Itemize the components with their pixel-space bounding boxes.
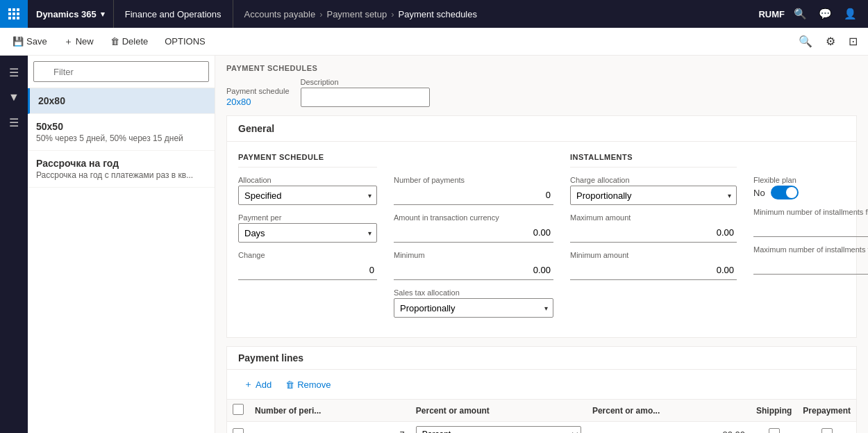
max-installments-label: Maximum number of installments for a ... [753,245,868,254]
row-1-shipping-cell [751,422,797,434]
save-icon: 💾 [12,36,24,47]
schedule-value-link[interactable]: 20x80 [226,97,290,107]
charge-allocation-select-wrap: Proportionally Specified Equally ▾ [570,186,737,205]
nav-menu-icon[interactable]: ☰ [3,61,25,83]
new-label: New [76,36,94,47]
amount-currency-label: Amount in transaction currency [394,213,553,222]
list-icon[interactable]: ☰ [3,111,25,133]
num-payments-label: Number of payments [394,176,553,184]
row-1-shipping-checkbox[interactable] [769,428,780,434]
max-amount-label: Maximum amount [570,213,737,222]
options-button[interactable]: OPTIONS [158,33,212,49]
amount-currency-field: Amount in transaction currency [394,213,553,243]
search-top-icon[interactable]: 🔍 [790,4,810,24]
payment-per-select[interactable]: Days Months Weeks [238,223,377,243]
row-1-percent-type-select[interactable]: Percent Amount [416,426,581,433]
filter-icon[interactable]: ▼ [3,86,25,108]
charge-allocation-select[interactable]: Proportionally Specified Equally [570,186,737,205]
user-icon[interactable]: 👤 [840,4,860,24]
min-installments-field: Minimum number of installments for a f..… [753,208,868,237]
payment-lines-title: Payment lines [238,352,303,363]
sales-tax-select[interactable]: Proportionally Specified Equally [394,298,553,318]
installments-col: INSTALLMENTS Charge allocation Proportio… [570,153,737,288]
amount-currency-input[interactable] [394,223,553,243]
schedule-label: Payment schedule [226,87,290,95]
max-amount-input[interactable] [570,223,737,243]
flexible-plan-field: Flexible plan No [753,176,868,199]
list-item-rassrochka[interactable]: Рассрочка на год Рассрочка на год с плат… [28,151,215,188]
remove-icon: 🗑 [285,379,294,390]
remove-label: Remove [297,379,331,390]
row-1-percent-type[interactable]: Percent Amount [410,422,587,434]
search-toolbar-icon[interactable]: 🔍 [796,32,815,51]
flexible-plan-toggle[interactable] [771,186,799,199]
payment-schedule-header: PAYMENT SCHEDULE [238,153,377,168]
flexible-plan-value: No [753,188,765,198]
num-payments-input[interactable] [394,186,553,205]
allocation-label: Allocation [238,176,377,184]
settings-icon[interactable]: ⚙ [821,32,840,51]
general-section: General PAYMENT SCHEDULE Allocation Spec… [226,115,857,338]
list-items: 20x80 50x50 50% через 5 дней, 50% через … [28,88,215,433]
waffle-icon [8,8,19,19]
delete-icon: 🗑 [110,36,119,47]
description-label: Description [301,78,430,86]
add-label: Add [256,379,272,390]
chat-icon[interactable]: 💬 [815,4,835,24]
remove-button[interactable]: 🗑 Remove [280,377,336,393]
row-1-percent-value: 80.00 [587,422,751,434]
user-name: RUMF [758,9,785,19]
sales-tax-select-wrap: Proportionally Specified Equally ▾ [394,298,553,318]
row-checkbox-cell [227,422,249,434]
waffle-menu[interactable] [0,0,28,28]
table-row[interactable]: 7 Percent Amount 80.00 [227,422,856,434]
filter-box: 🔍 [28,56,215,88]
description-input[interactable] [301,88,430,107]
schedule-info: Payment schedule 20x80 Description [226,78,857,107]
change-label: Change [238,251,377,259]
top-navigation: Dynamics 365 ▾ Finance and Operations Ac… [0,0,868,28]
list-item-desc: Рассрочка на год с платежами раз в кв... [36,170,206,180]
top-nav-right: RUMF 🔍 💬 👤 [750,4,868,24]
breadcrumb-sep-2: › [391,9,394,19]
min-installments-input[interactable] [753,218,868,237]
toggle-knob [786,187,797,198]
breadcrumb: Accounts payable › Payment setup › Payme… [233,9,488,19]
flexible-col: - Flexible plan No [753,153,868,283]
header-checkbox[interactable] [233,404,244,415]
list-item-50x50[interactable]: 50x50 50% через 5 дней, 50% через 15 дне… [28,114,215,151]
minimum-label: Minimum [394,251,553,259]
flexible-plan-toggle-wrap: No [753,186,868,199]
content-panel: PAYMENT SCHEDULES Payment schedule 20x80… [215,56,868,433]
add-button[interactable]: ＋ Add [238,375,277,393]
left-icon-bar: ☰ ▼ ☰ [0,56,28,433]
row-1-checkbox[interactable] [233,428,244,434]
new-button[interactable]: ＋ New [57,33,101,51]
filter-input[interactable] [33,61,209,82]
breadcrumb-accounts-payable[interactable]: Accounts payable [244,9,316,19]
brand-chevron: ▾ [101,10,105,19]
payment-per-field: Payment per Days Months Weeks ▾ [238,213,377,243]
main-layout: ☰ ▼ ☰ 🔍 20x80 50x50 50% через 5 дней, 50… [0,56,868,433]
row-1-prepayment-checkbox[interactable] [821,428,833,434]
min-amount-input[interactable] [570,261,737,280]
change-input[interactable] [238,261,377,280]
list-item-20x80[interactable]: 20x80 [28,88,215,114]
save-button[interactable]: 💾 Save [6,33,54,49]
window-icon[interactable]: ⊡ [843,32,862,51]
amounts-col: - Number of payments Amount in transacti… [394,153,553,326]
payment-schedule-col: PAYMENT SCHEDULE Allocation Specified Pr… [238,153,377,288]
toolbar-right: 🔍 ⚙ ⊡ [796,32,862,51]
brand-title[interactable]: Dynamics 365 ▾ [28,0,114,28]
max-installments-input[interactable] [753,255,868,275]
payment-per-label: Payment per [238,213,377,222]
payment-lines-table: Number of peri... Percent or amount Perc… [227,400,856,433]
breadcrumb-payment-setup[interactable]: Payment setup [326,9,387,19]
delete-button[interactable]: 🗑 Delete [103,33,156,49]
payment-lines-section: Payment lines ＋ Add 🗑 Remove [226,346,857,433]
minimum-input[interactable] [394,261,553,280]
list-panel: 🔍 20x80 50x50 50% через 5 дней, 50% чере… [28,56,215,433]
allocation-select[interactable]: Specified Proportionally Equally [238,186,377,205]
sales-tax-field: Sales tax allocation Proportionally Spec… [394,288,553,318]
min-amount-label: Minimum amount [570,251,737,259]
